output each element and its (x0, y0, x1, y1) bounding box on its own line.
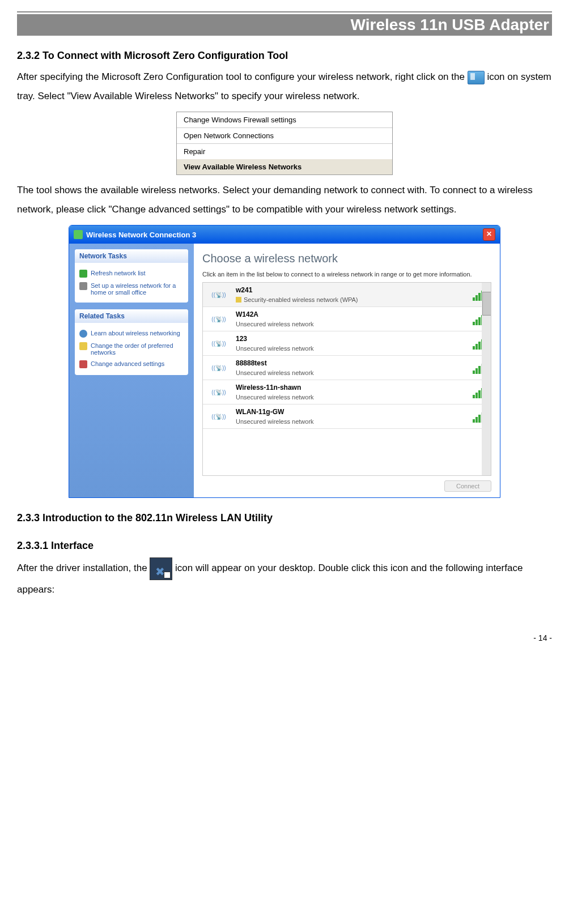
network-info: WLAN-11g-GW Unsecured wireless network (236, 408, 467, 425)
wifi-icon (207, 384, 230, 401)
doc-header-title: Wireless 11n USB Adapter (17, 14, 552, 36)
scrollbar-thumb[interactable] (482, 292, 491, 316)
link-refresh-label: Refresh network list (91, 270, 146, 276)
panel-related-tasks: Related Tasks Learn about wireless netwo… (75, 309, 188, 375)
menu-open-connections[interactable]: Open Network Connections (177, 128, 392, 144)
lock-icon (236, 297, 241, 303)
menu-firewall[interactable]: Change Windows Firewall settings (177, 112, 392, 128)
menu-view-networks[interactable]: View Available Wireless Networks (177, 159, 392, 174)
network-info: W142A Unsecured wireless network (236, 310, 467, 327)
star-icon (79, 342, 87, 350)
panel-network-tasks: Network Tasks Refresh network list Set u… (75, 249, 188, 303)
network-desc: Security-enabled wireless network (WPA) (236, 296, 467, 303)
systray-wireless-icon (468, 71, 485, 84)
link-refresh-network[interactable]: Refresh network list (79, 267, 184, 280)
choose-network-heading: Choose a wireless network (202, 252, 491, 265)
refresh-icon (79, 270, 87, 278)
link-advanced-label: Change advanced settings (91, 360, 164, 367)
dialog-title-text: Wireless Network Connection 3 (86, 231, 196, 239)
network-desc: Unsecured wireless network (236, 345, 467, 352)
network-item[interactable]: W142A Unsecured wireless network (203, 307, 491, 331)
wifi-icon (207, 335, 230, 352)
network-info: 88888test Unsecured wireless network (236, 359, 467, 376)
network-name: Wireless-11n-shawn (236, 384, 467, 391)
link-setup-network[interactable]: Set up a wireless network for a home or … (79, 280, 184, 298)
panel-related-tasks-header: Related Tasks (75, 309, 188, 323)
info-icon (79, 330, 87, 338)
advanced-icon (79, 360, 87, 368)
network-info: Wireless-11n-shawn Unsecured wireless ne… (236, 384, 467, 401)
systray-context-menu: Change Windows Firewall settings Open Ne… (176, 112, 393, 175)
network-name: WLAN-11g-GW (236, 408, 467, 416)
section-232-para1: After specifying the Microsoft Zero Conf… (17, 67, 552, 106)
wifi-icon (207, 310, 230, 327)
network-name: 123 (236, 335, 467, 343)
link-change-advanced[interactable]: Change advanced settings (79, 358, 184, 371)
close-icon[interactable]: ✕ (483, 228, 495, 241)
link-learn-wireless[interactable]: Learn about wireless networking (79, 327, 184, 340)
dialog-body: Network Tasks Refresh network list Set u… (69, 244, 500, 497)
wifi-icon (207, 286, 230, 303)
section-232-para2: The tool shows the available wireless ne… (17, 181, 552, 219)
dialog-main-panel: Choose a wireless network Click an item … (194, 244, 500, 497)
header-rule (17, 11, 552, 12)
network-name: W142A (236, 310, 467, 318)
setup-icon (79, 282, 87, 290)
network-info: w241 Security-enabled wireless network (… (236, 286, 467, 303)
page-number: - 14 - (17, 633, 552, 642)
titlebar-wireless-icon (74, 230, 83, 239)
panel-related-tasks-content: Learn about wireless networking Change t… (75, 323, 188, 375)
panel-network-tasks-header: Network Tasks (75, 249, 188, 263)
network-desc: Unsecured wireless network (236, 418, 467, 425)
network-name: 88888test (236, 359, 467, 367)
connect-button[interactable]: Connect (444, 480, 491, 492)
menu-repair[interactable]: Repair (177, 144, 392, 159)
network-desc: Unsecured wireless network (236, 321, 467, 327)
link-order-label: Change the order of preferred networks (91, 342, 184, 356)
para2331-text-a: After the driver installation, the (17, 563, 150, 573)
section-233-heading: 2.3.3 Introduction to the 802.11n Wirele… (17, 512, 552, 524)
wifi-icon (207, 408, 230, 425)
link-setup-label: Set up a wireless network for a home or … (91, 282, 184, 296)
section-2331-para: After the driver installation, the icon … (17, 557, 552, 599)
dialog-footer: Connect (202, 476, 491, 492)
wireless-dialog: Wireless Network Connection 3 ✕ Network … (69, 225, 500, 498)
scrollbar[interactable] (482, 283, 491, 475)
network-info: 123 Unsecured wireless network (236, 335, 467, 352)
wifi-icon (207, 359, 230, 376)
choose-network-subtext: Click an item in the list below to conne… (202, 271, 491, 278)
para1-text-a: After specifying the Microsoft Zero Conf… (17, 71, 468, 82)
network-desc: Unsecured wireless network (236, 394, 467, 401)
panel-network-tasks-content: Refresh network list Set up a wireless n… (75, 263, 188, 303)
network-item[interactable]: 123 Unsecured wireless network (203, 331, 491, 356)
link-learn-label: Learn about wireless networking (91, 330, 180, 337)
network-item[interactable]: w241 Security-enabled wireless network (… (203, 283, 491, 307)
network-item[interactable]: 88888test Unsecured wireless network (203, 356, 491, 380)
network-desc-text: Security-enabled wireless network (WPA) (244, 296, 358, 303)
section-232-heading: 2.3.2 To Connect with Microsoft Zero Con… (17, 50, 552, 62)
network-item[interactable]: WLAN-11g-GW Unsecured wireless network (203, 404, 491, 429)
wlan-utility-icon (150, 557, 172, 580)
section-2331-heading: 2.3.3.1 Interface (17, 540, 552, 552)
link-change-order[interactable]: Change the order of preferred networks (79, 340, 184, 358)
dialog-sidebar: Network Tasks Refresh network list Set u… (69, 244, 194, 497)
network-desc: Unsecured wireless network (236, 369, 467, 376)
network-list[interactable]: w241 Security-enabled wireless network (… (202, 282, 491, 476)
dialog-titlebar: Wireless Network Connection 3 ✕ (69, 225, 500, 244)
network-item[interactable]: Wireless-11n-shawn Unsecured wireless ne… (203, 380, 491, 404)
network-name: w241 (236, 286, 467, 294)
